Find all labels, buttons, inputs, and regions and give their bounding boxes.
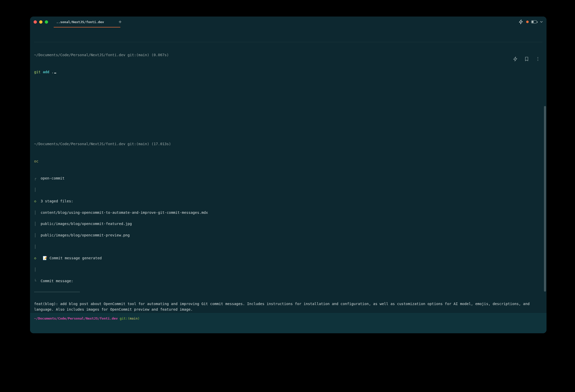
scrollbar-thumb[interactable] <box>544 106 546 292</box>
settings-dropdown[interactable] <box>539 20 543 24</box>
block-ai-button[interactable] <box>513 45 518 50</box>
kebab-icon <box>535 56 540 62</box>
tree-row: ◇ 📝 Commit message generated <box>34 255 542 261</box>
terminal-window: ..sonal/NextJS/fonti.dev ~/Do <box>30 17 547 333</box>
ai-command-button[interactable] <box>519 19 524 24</box>
generated-label: Commit message generated <box>50 256 102 260</box>
diamond-glyph: ◇ <box>34 256 36 260</box>
bolt-icon <box>519 19 524 24</box>
block-menu-button[interactable] <box>535 45 540 50</box>
paren-open: ( <box>128 316 130 320</box>
staged-file: │ public/images/blog/opencommit-preview.… <box>34 232 542 238</box>
staged-file: │ content/blog/using-opencommit-to-autom… <box>34 210 542 215</box>
zoom-window-button[interactable] <box>45 20 48 24</box>
svg-point-0 <box>538 57 538 58</box>
elbow-glyph: └ <box>34 279 36 283</box>
divider-line <box>34 292 80 292</box>
prompt-path: ~/Documents/Code/Personal/NextJS/fonti.d… <box>34 316 118 320</box>
svg-point-1 <box>538 59 538 59</box>
tree-row: └ Commit message: <box>34 278 542 284</box>
commit-message-label: Commit message: <box>41 279 73 283</box>
bookmark-icon <box>524 56 529 62</box>
status-indicator-icon <box>526 21 529 23</box>
prompt-line: ~/Documents/Code/Personal/NextJS/fonti.d… <box>34 52 542 58</box>
commit-message-body: feat(blog): add blog post about OpenComm… <box>34 301 533 312</box>
titlebar: ..sonal/NextJS/fonti.dev <box>30 17 547 27</box>
staged-file: │ public/images/blog/opencommit-featured… <box>34 221 542 227</box>
open-commit-label: open-commit <box>41 176 65 180</box>
block-divider <box>34 42 542 42</box>
memo-icon: 📝 <box>43 256 47 260</box>
chevron-down-icon <box>539 20 543 24</box>
cmd-add: add <box>43 70 49 74</box>
bookmark-button[interactable] <box>524 45 529 50</box>
paren-close: ) <box>138 316 140 320</box>
tab-active[interactable]: ..sonal/NextJS/fonti.dev <box>55 17 105 27</box>
plus-icon <box>118 20 122 24</box>
terminal-body[interactable]: ~/Documents/Code/Personal/NextJS/fonti.d… <box>30 27 547 333</box>
traffic-lights <box>34 20 48 24</box>
command-line: git add . <box>34 69 542 75</box>
cmd-git: git <box>34 70 41 74</box>
tab-title: ..sonal/NextJS/fonti.dev <box>56 20 104 24</box>
tree-glyph: │ <box>34 187 542 192</box>
prompt-git-pre: git: <box>118 316 128 320</box>
staged-files-label: 3 staged files: <box>41 199 73 203</box>
svg-point-2 <box>538 60 538 61</box>
tree-row: ◇ 3 staged files: <box>34 198 542 204</box>
minimize-window-button[interactable] <box>39 20 42 24</box>
command-line: oc <box>34 158 542 164</box>
cmd-dot: . <box>51 70 54 74</box>
block-actions <box>513 45 540 50</box>
tree-glyph: ┌ open-commit <box>34 175 542 181</box>
tree-glyph: │ <box>34 244 542 249</box>
close-window-button[interactable] <box>34 20 37 24</box>
bolt-icon <box>513 56 518 62</box>
prompt-branch: main <box>130 316 138 320</box>
active-prompt[interactable]: ~/Documents/Code/Personal/NextJS/fonti.d… <box>30 313 547 333</box>
tree-glyph: │ <box>34 267 542 272</box>
caret-icon <box>54 73 56 73</box>
diamond-glyph: ◇ <box>34 199 36 203</box>
battery-icon <box>531 20 537 23</box>
new-tab-button[interactable] <box>117 19 123 25</box>
prompt-line: ~/Documents/Code/Personal/NextJS/fonti.d… <box>34 141 542 147</box>
